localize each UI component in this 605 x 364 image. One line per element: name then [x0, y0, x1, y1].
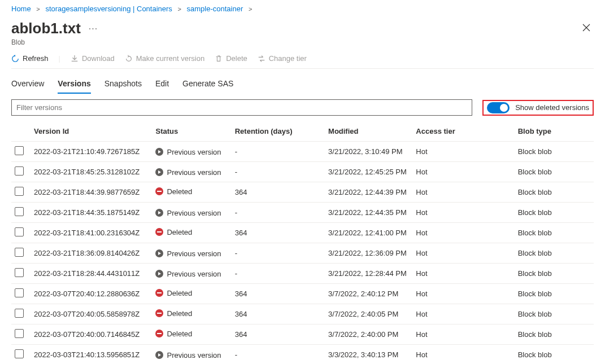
cell-version-id: 2022-03-21T18:36:09.8140426Z — [31, 243, 152, 264]
breadcrumb-home[interactable]: Home — [11, 5, 31, 13]
close-button[interactable] — [579, 20, 594, 37]
cell-access-tier: Hot — [412, 142, 514, 162]
filter-versions-input[interactable] — [11, 99, 472, 116]
table-row[interactable]: 2022-03-07T20:40:12.2880636ZDeleted3643/… — [11, 284, 594, 304]
page-title: ablob1.txt — [11, 20, 81, 37]
col-modified[interactable]: Modified — [325, 121, 412, 142]
cell-blob-type: Block blob — [515, 162, 594, 182]
cell-access-tier: Hot — [412, 243, 514, 264]
row-checkbox[interactable] — [15, 207, 24, 216]
cell-version-id: 2022-03-21T18:44:35.1875149Z — [31, 203, 152, 223]
chevron-right-icon: > — [33, 6, 43, 12]
row-checkbox[interactable] — [15, 329, 24, 338]
table-row[interactable]: 2022-03-21T18:45:25.3128102ZPrevious ver… — [11, 162, 594, 182]
previous-version-icon — [155, 270, 163, 278]
cell-version-id: 2022-03-21T18:41:00.2316304Z — [31, 223, 152, 243]
tab-snapshots[interactable]: Snapshots — [105, 76, 142, 94]
delete-icon — [215, 55, 223, 63]
cell-retention: 364 — [232, 182, 325, 203]
breadcrumb: Home > storagesamplesversioning | Contai… — [11, 0, 594, 16]
cell-version-id: 2022-03-21T21:10:49.7267185Z — [31, 142, 152, 162]
cell-status: Deleted — [155, 228, 192, 236]
cell-status: Deleted — [155, 187, 192, 196]
refresh-label: Refresh — [23, 54, 49, 63]
table-row[interactable]: 2022-03-21T18:28:44.4431011ZPrevious ver… — [11, 264, 594, 284]
cell-status: Deleted — [155, 289, 192, 297]
table-row[interactable]: 2022-03-21T21:10:49.7267185ZPrevious ver… — [11, 142, 594, 162]
cell-blob-type: Block blob — [515, 324, 594, 345]
cell-modified: 3/21/2022, 12:44:39 PM — [325, 182, 412, 203]
cell-retention: 364 — [232, 223, 325, 243]
breadcrumb-container[interactable]: sample-container — [187, 5, 243, 13]
previous-version-icon — [155, 168, 163, 176]
cell-access-tier: Hot — [412, 203, 514, 223]
cell-modified: 3/21/2022, 12:41:00 PM — [325, 223, 412, 243]
cell-access-tier: Hot — [412, 284, 514, 304]
make-current-label: Make current version — [136, 54, 204, 63]
col-version-id[interactable]: Version Id — [31, 121, 152, 142]
row-checkbox[interactable] — [15, 187, 24, 196]
breadcrumb-storage[interactable]: storagesamplesversioning | Containers — [45, 5, 172, 13]
cell-blob-type: Block blob — [515, 304, 594, 324]
cell-status: Deleted — [155, 330, 192, 338]
refresh-button[interactable]: Refresh — [11, 54, 49, 63]
cell-version-id: 2022-03-07T20:40:12.2880636Z — [31, 284, 152, 304]
deleted-icon — [155, 228, 163, 236]
row-checkbox[interactable] — [15, 309, 24, 318]
cell-version-id: 2022-03-07T20:40:00.7146845Z — [31, 324, 152, 345]
tab-versions[interactable]: Versions — [58, 76, 90, 94]
table-row[interactable]: 2022-03-21T18:36:09.8140426ZPrevious ver… — [11, 243, 594, 264]
cell-retention: 364 — [232, 304, 325, 324]
cell-blob-type: Block blob — [515, 203, 594, 223]
cell-status: Previous version — [155, 148, 221, 156]
col-blob-type[interactable]: Blob type — [515, 121, 594, 142]
row-checkbox[interactable] — [15, 166, 24, 176]
cell-status: Previous version — [155, 270, 221, 278]
cell-blob-type: Block blob — [515, 182, 594, 203]
row-checkbox[interactable] — [15, 248, 24, 257]
show-deleted-toggle[interactable] — [487, 102, 510, 113]
cell-blob-type: Block blob — [515, 243, 594, 264]
cell-status: Previous version — [155, 351, 221, 359]
col-retention[interactable]: Retention (days) — [232, 121, 325, 142]
row-checkbox[interactable] — [15, 349, 24, 358]
deleted-icon — [155, 187, 163, 195]
cell-version-id: 2022-03-21T18:28:44.4431011Z — [31, 264, 152, 284]
row-checkbox[interactable] — [15, 146, 24, 155]
cell-retention: - — [232, 142, 325, 162]
cell-retention: - — [232, 264, 325, 284]
tab-generate-sas[interactable]: Generate SAS — [182, 76, 233, 94]
table-row[interactable]: 2022-03-21T18:44:35.1875149ZPrevious ver… — [11, 203, 594, 223]
chevron-right-icon: > — [245, 6, 255, 12]
cell-modified: 3/3/2022, 3:40:13 PM — [325, 345, 412, 365]
tabs: Overview Versions Snapshots Edit Generat… — [11, 69, 594, 94]
delete-label: Delete — [226, 54, 247, 63]
table-row[interactable]: 2022-03-21T18:44:39.9877659ZDeleted3643/… — [11, 182, 594, 203]
more-icon[interactable]: ··· — [89, 24, 98, 34]
table-row[interactable]: 2022-03-07T20:40:00.7146845ZDeleted3643/… — [11, 324, 594, 345]
table-row[interactable]: 2022-03-21T18:41:00.2316304ZDeleted3643/… — [11, 223, 594, 243]
table-row[interactable]: 2022-03-07T20:40:05.5858978ZDeleted3643/… — [11, 304, 594, 324]
make-current-icon — [125, 55, 133, 63]
cell-modified: 3/7/2022, 2:40:00 PM — [325, 324, 412, 345]
cell-status: Previous version — [155, 168, 221, 177]
previous-version-icon — [155, 209, 163, 217]
cell-access-tier: Hot — [412, 345, 514, 365]
page-subtitle: Blob — [11, 38, 594, 46]
col-status[interactable]: Status — [152, 121, 231, 142]
versions-table: Version Id Status Retention (days) Modif… — [11, 121, 594, 364]
row-checkbox[interactable] — [15, 227, 24, 236]
cell-modified: 3/7/2022, 2:40:12 PM — [325, 284, 412, 304]
refresh-icon — [11, 55, 19, 63]
tab-overview[interactable]: Overview — [11, 76, 44, 94]
cell-retention: 364 — [232, 284, 325, 304]
row-checkbox[interactable] — [15, 288, 24, 297]
table-row[interactable]: 2022-03-03T21:40:13.5956851ZPrevious ver… — [11, 345, 594, 365]
cell-version-id: 2022-03-07T20:40:05.5858978Z — [31, 304, 152, 324]
tab-edit[interactable]: Edit — [155, 76, 169, 94]
col-access-tier[interactable]: Access tier — [412, 121, 514, 142]
cell-retention: - — [232, 243, 325, 264]
cell-status: Previous version — [155, 209, 221, 217]
cell-modified: 3/21/2022, 12:45:25 PM — [325, 162, 412, 182]
row-checkbox[interactable] — [15, 268, 24, 277]
